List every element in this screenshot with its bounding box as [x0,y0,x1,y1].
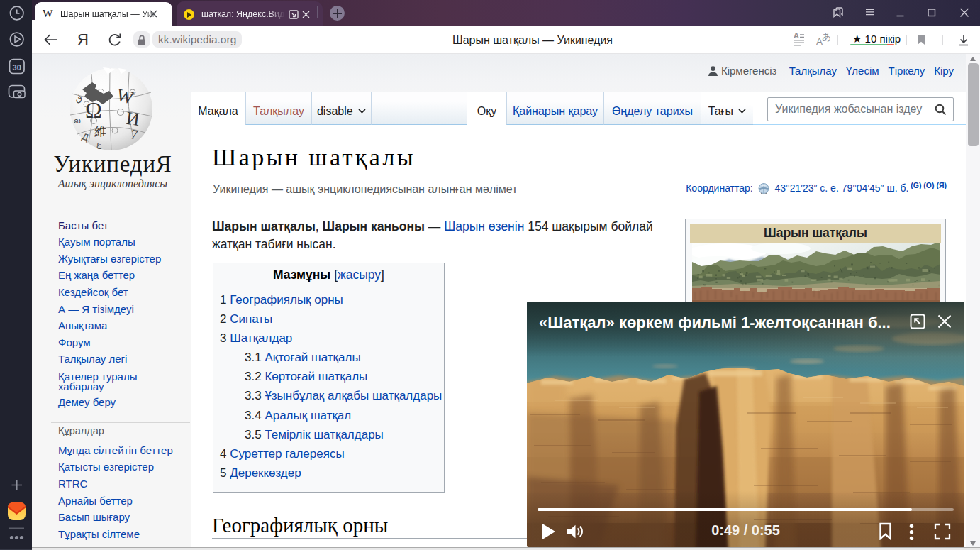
svg-text:維: 維 [94,125,107,138]
svg-text:ع: ع [96,139,102,149]
svg-text:ல: ல [73,115,81,126]
svg-text:A: A [794,31,799,40]
svg-text:あ: あ [822,31,830,42]
svg-text:30: 30 [13,63,21,72]
svg-text:Ω: Ω [85,97,102,123]
